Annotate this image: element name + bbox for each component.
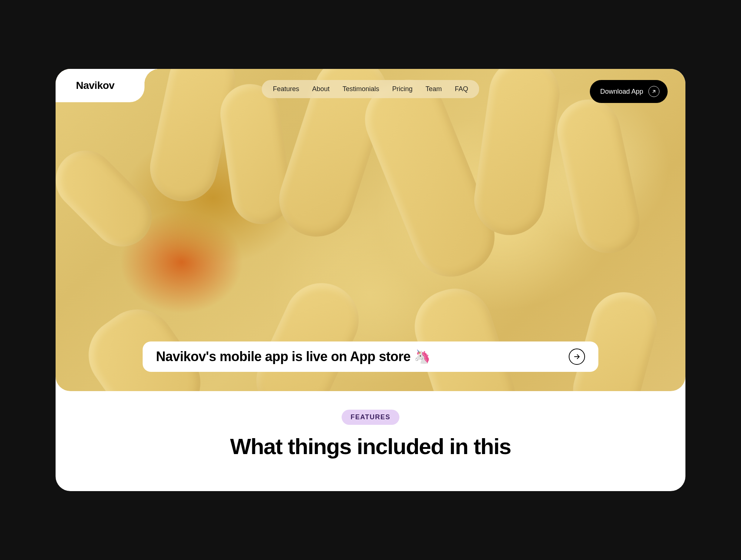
- announcement-bar[interactable]: Navikov's mobile app is live on App stor…: [143, 341, 598, 372]
- svg-line-0: [653, 90, 655, 93]
- hero-section: Navikov Features About Testimonials Pric…: [56, 69, 685, 391]
- brand-logo: Navikov: [76, 80, 114, 91]
- decorative-shape: [405, 279, 525, 391]
- decorative-shape: [565, 285, 664, 391]
- features-heading: What things included in this: [230, 434, 511, 459]
- logo-tab[interactable]: Navikov: [56, 69, 144, 102]
- nav-testimonials[interactable]: Testimonials: [342, 85, 379, 93]
- download-button-label: Download App: [600, 88, 643, 96]
- nav-features[interactable]: Features: [273, 85, 299, 93]
- app-window: Navikov Features About Testimonials Pric…: [56, 69, 685, 491]
- decorative-shape: [470, 69, 564, 240]
- nav-faq[interactable]: FAQ: [455, 85, 468, 93]
- arrow-up-right-icon: [648, 86, 659, 97]
- main-nav: Features About Testimonials Pricing Team…: [262, 80, 479, 98]
- nav-pricing[interactable]: Pricing: [392, 85, 413, 93]
- nav-team[interactable]: Team: [426, 85, 442, 93]
- features-badge: FEATURES: [342, 410, 399, 425]
- decorative-shape: [56, 138, 164, 259]
- download-app-button[interactable]: Download App: [590, 80, 668, 103]
- decorative-shape: [244, 271, 371, 391]
- decorative-shape: [551, 94, 645, 259]
- announcement-text: Navikov's mobile app is live on App stor…: [156, 349, 431, 364]
- features-section: FEATURES What things included in this: [56, 391, 685, 459]
- arrow-right-icon[interactable]: [569, 349, 585, 365]
- nav-about[interactable]: About: [312, 85, 329, 93]
